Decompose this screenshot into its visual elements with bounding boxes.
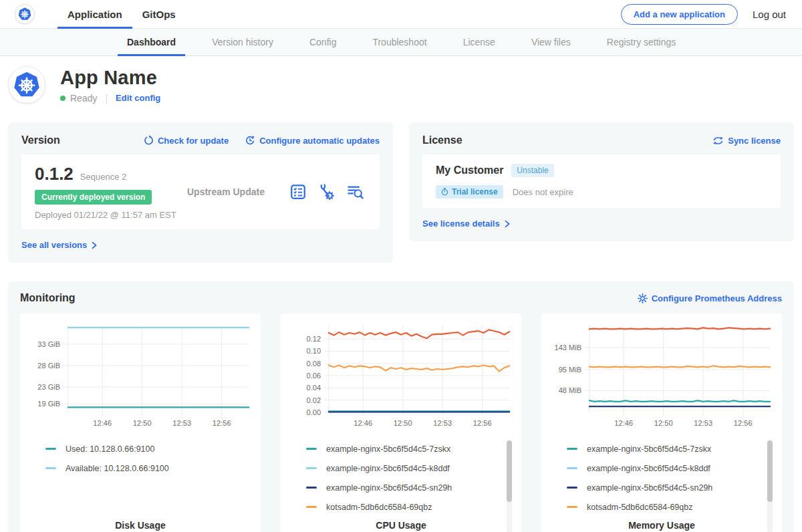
edit-config-link[interactable]: Edit config	[116, 93, 160, 103]
tab-license[interactable]: License	[454, 29, 505, 55]
gear-icon	[638, 293, 648, 303]
check-for-update-link[interactable]: Check for update	[143, 135, 229, 146]
legend-color-dash	[567, 448, 577, 450]
license-expiry-text: Does not expire	[513, 187, 573, 197]
legend-scrollbar-track[interactable]	[507, 440, 512, 532]
svg-text:0.10: 0.10	[307, 347, 321, 355]
svg-text:12:50: 12:50	[394, 419, 412, 427]
legend-color-dash	[306, 487, 317, 489]
legend-label: example-nginx-5bc6f5d4c5-sn29h	[587, 483, 712, 493]
app-header: App Name Ready | Edit config	[0, 56, 802, 116]
svg-text:12:56: 12:56	[213, 419, 231, 427]
current-version-box: 0.1.2 Sequence 2 Currently deployed vers…	[21, 154, 380, 229]
see-all-versions-link[interactable]: See all versions	[21, 240, 98, 250]
svg-text:0.02: 0.02	[307, 396, 321, 404]
cpu-usage-card: 0.120.100.080.060.040.020.0012:4612:5012…	[281, 313, 521, 532]
legend-item: kotsadm-5db6dc6584-69qbz	[567, 497, 775, 517]
legend-item: example-nginx-5bc6f5d4c5-k8ddf	[567, 458, 775, 478]
svg-text:23 GiB: 23 GiB	[37, 383, 60, 391]
page-title: App Name	[60, 67, 160, 89]
customer-name: My Customer	[436, 164, 503, 176]
chart-title: CPU Usage	[287, 520, 515, 532]
legend-color-dash	[306, 506, 317, 508]
svg-text:48 MiB: 48 MiB	[559, 386, 582, 394]
svg-text:12:53: 12:53	[694, 419, 712, 427]
version-card: Version Check for update	[8, 122, 393, 263]
deployed-date: Deployed 01/21/22 @ 11:57 am EST	[35, 210, 187, 220]
legend-scrollbar-thumb[interactable]	[767, 440, 773, 502]
legend-color-dash	[306, 448, 317, 450]
topbar: Application GitOps Add a new application…	[0, 0, 802, 29]
legend-item: Available: 10.128.0.66:9100	[45, 458, 254, 478]
tab-dashboard[interactable]: Dashboard	[118, 29, 185, 55]
legend-item: example-nginx-5bc6f5d4c5-7zskx	[567, 439, 775, 458]
tab-troubleshoot[interactable]: Troubleshoot	[363, 29, 436, 55]
version-number: 0.1.2	[35, 164, 74, 184]
svg-text:12:53: 12:53	[433, 419, 452, 427]
legend-color-dash	[567, 487, 577, 489]
svg-text:12:50: 12:50	[654, 419, 673, 427]
cpu-usage-legend: example-nginx-5bc6f5d4c5-7zskxexample-ng…	[306, 439, 515, 517]
tab-version-history[interactable]: Version history	[203, 29, 283, 55]
logout-button[interactable]: Log out	[753, 9, 786, 20]
sync-license-link[interactable]: Sync license	[712, 136, 781, 146]
view-diff-icon[interactable]	[346, 184, 364, 200]
app-kubernetes-icon	[8, 66, 45, 104]
monitoring-title: Monitoring	[20, 292, 76, 304]
configure-automatic-updates-link[interactable]: Configure automatic updates	[245, 135, 380, 146]
topbar-tab-application[interactable]: Application	[57, 0, 132, 28]
refresh-icon	[143, 135, 154, 146]
legend-scrollbar-thumb[interactable]	[507, 440, 512, 502]
license-summary-box: My Customer Unstable Trial license Does …	[422, 154, 781, 208]
cpu-usage-chart: 0.120.100.080.060.040.020.0012:4612:5012…	[287, 321, 515, 434]
legend-label: Available: 10.128.0.66:9100	[65, 464, 169, 473]
legend-label: example-nginx-5bc6f5d4c5-sn29h	[326, 483, 452, 493]
legend-label: example-nginx-5bc6f5d4c5-7zskx	[587, 444, 711, 454]
chart-title: Memory Usage	[548, 520, 775, 532]
legend-scrollbar-track[interactable]	[767, 440, 773, 532]
legend-color-dash	[567, 506, 577, 508]
svg-text:95 MiB: 95 MiB	[559, 366, 582, 374]
license-card: License Sync license My Customer Unstabl…	[409, 122, 794, 241]
disk-usage-legend: Used: 10.128.0.66:9100Available: 10.128.…	[45, 439, 254, 478]
trial-license-badge: Trial license	[436, 185, 503, 198]
svg-text:12:56: 12:56	[734, 419, 753, 427]
sync-arrows-icon	[712, 136, 724, 146]
legend-color-dash	[45, 448, 56, 450]
svg-text:0.06: 0.06	[307, 372, 321, 380]
svg-text:0.00: 0.00	[307, 408, 321, 416]
legend-color-dash	[45, 467, 56, 469]
svg-text:12:46: 12:46	[93, 419, 112, 427]
summary-cards-row: Version Check for update	[0, 116, 802, 263]
tab-config[interactable]: Config	[300, 29, 346, 55]
currently-deployed-badge: Currently deployed version	[35, 190, 152, 205]
edit-config-gear-icon[interactable]	[318, 184, 334, 200]
divider: |	[105, 93, 108, 104]
tab-registry-settings[interactable]: Registry settings	[597, 29, 685, 55]
kubernetes-logo-icon	[15, 4, 35, 24]
channel-badge: Unstable	[511, 164, 553, 177]
legend-item: example-nginx-5bc6f5d4c5-k8ddf	[306, 458, 515, 478]
svg-text:0.08: 0.08	[307, 360, 321, 368]
add-new-application-button[interactable]: Add a new application	[621, 4, 738, 25]
legend-label: example-nginx-5bc6f5d4c5-k8ddf	[326, 464, 450, 473]
svg-text:143 MiB: 143 MiB	[554, 344, 581, 352]
svg-text:28 GiB: 28 GiB	[37, 362, 60, 370]
legend-item: kotsadm-5db6dc6584-69qbz	[306, 497, 515, 517]
svg-text:12:53: 12:53	[172, 419, 191, 427]
legend-label: example-nginx-5bc6f5d4c5-7zskx	[326, 444, 450, 454]
configure-prometheus-link[interactable]: Configure Prometheus Address	[638, 293, 782, 303]
svg-text:33 GiB: 33 GiB	[37, 340, 60, 348]
preflight-checks-icon[interactable]	[290, 184, 306, 200]
see-license-details-link[interactable]: See license details	[422, 219, 511, 229]
tab-view-files[interactable]: View files	[522, 29, 580, 55]
version-source-label: Upstream Update	[187, 186, 290, 197]
chevron-right-icon	[91, 241, 98, 249]
svg-text:12:46: 12:46	[354, 419, 372, 427]
legend-label: example-nginx-5bc6f5d4c5-k8ddf	[587, 464, 710, 473]
legend-label: Used: 10.128.0.66:9100	[65, 444, 154, 454]
topbar-tab-gitops[interactable]: GitOps	[132, 0, 186, 28]
legend-color-dash	[306, 467, 317, 469]
legend-label: kotsadm-5db6dc6584-69qbz	[587, 503, 692, 512]
chart-title: Disk Usage	[27, 520, 254, 532]
